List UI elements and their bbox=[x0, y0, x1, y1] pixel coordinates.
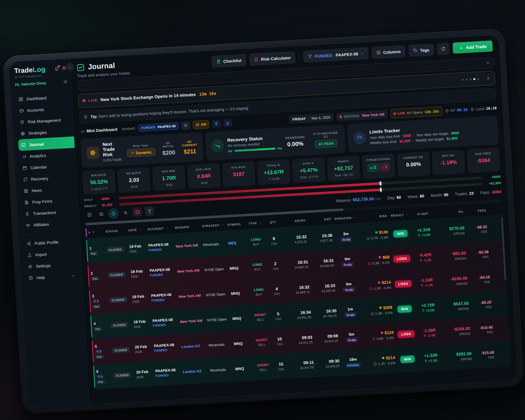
risk-amount: $214 bbox=[366, 355, 395, 361]
page-subtitle: Track and analyze your trades bbox=[77, 71, 130, 78]
stat-sub: T +9.2R bbox=[260, 176, 288, 181]
column-header-entry: ENTRY bbox=[282, 218, 306, 223]
account-funded-badge[interactable]: FUNDED:PAAPEX-08 bbox=[138, 122, 179, 132]
panel-subtitle: 0.4%/Trade bbox=[103, 157, 124, 162]
stat-sub: $378 bbox=[121, 184, 148, 189]
exit-time: 09:08 bbox=[314, 333, 338, 339]
stat-card-total-r: TOTAL R+13.67RT +9.2R bbox=[257, 159, 291, 185]
sort-updown-icon[interactable] bbox=[92, 230, 95, 234]
toolbar-list-button[interactable] bbox=[97, 209, 106, 219]
close-icon[interactable] bbox=[486, 76, 491, 80]
symbol[interactable]: MNQ bbox=[229, 266, 239, 270]
column-header-session[interactable]: SESSION bbox=[175, 224, 200, 229]
swap-icon bbox=[25, 211, 30, 216]
symbol[interactable]: MNQ bbox=[234, 341, 243, 346]
r-unit: +1.32R bbox=[419, 352, 442, 358]
risk-amount: $268 bbox=[364, 305, 392, 311]
user-greeting: Hi, Valentin Dima bbox=[15, 81, 46, 87]
sidebar-item-label: Strategies bbox=[28, 130, 47, 136]
columns-button[interactable]: Columns bbox=[371, 45, 406, 59]
checklist-button[interactable]: Checklist bbox=[212, 54, 247, 68]
limits-tracker-panel: Limits Tracker Your daily loss limit:$40… bbox=[347, 116, 499, 153]
notifications-bell-icon[interactable] bbox=[54, 66, 59, 71]
toolbar-info-button[interactable] bbox=[109, 208, 118, 218]
dw-calendar-toggle[interactable]: DW bbox=[192, 120, 209, 129]
lightbulb-icon bbox=[83, 115, 88, 119]
banner-dot[interactable] bbox=[466, 78, 468, 80]
risk-type-pill[interactable]: Dynamic bbox=[127, 148, 156, 157]
column-header-type[interactable]: TYPE bbox=[246, 221, 264, 225]
quantity: 4 bbox=[270, 286, 284, 291]
fees: -$4.16 bbox=[469, 275, 490, 280]
info-icon[interactable] bbox=[368, 262, 371, 265]
account-name: PAAPEX-08 bbox=[151, 292, 176, 298]
banner-dot[interactable] bbox=[477, 78, 479, 80]
duration: 18m bbox=[341, 356, 364, 362]
column-header-symbol[interactable]: SYMBOL bbox=[227, 222, 244, 226]
account-filter-dropdown[interactable]: FUNDED:PAAPEX-08 bbox=[303, 47, 369, 63]
sidebar-item-label: Help bbox=[36, 275, 45, 280]
live-dot bbox=[83, 100, 85, 102]
account-name: PAAPEX-08 bbox=[150, 267, 175, 273]
logout-icon[interactable] bbox=[63, 80, 67, 84]
drawdown-value: 0.00% bbox=[285, 140, 305, 148]
column-header-account[interactable]: ACCOUNT bbox=[147, 226, 173, 231]
tags-button[interactable]: Tags bbox=[408, 43, 434, 57]
main-content: Journal Track and analyze your trades Ch… bbox=[70, 35, 518, 405]
r-unit: +2.72R bbox=[417, 302, 439, 308]
sidebar-item-label: News bbox=[31, 188, 42, 193]
result-badge: LOSS bbox=[397, 330, 415, 338]
toolbar-palette-button[interactable] bbox=[133, 207, 142, 217]
risk-calculator-button[interactable]: Risk Calculator bbox=[249, 51, 296, 66]
add-trade-button[interactable]: Add Trade bbox=[452, 40, 494, 54]
toolbar-sort-button[interactable] bbox=[121, 208, 130, 218]
help-icon bbox=[28, 275, 33, 280]
symbol[interactable]: MNQ bbox=[231, 291, 240, 296]
info-icon bbox=[111, 211, 116, 216]
gauge-icon bbox=[357, 135, 363, 141]
column-header-date[interactable]: DATE bbox=[128, 228, 145, 232]
news-icon bbox=[24, 188, 28, 193]
calendar-icon bbox=[22, 165, 27, 170]
theme-toggle-sun-icon[interactable] bbox=[62, 66, 66, 71]
close-icon[interactable] bbox=[486, 61, 490, 65]
status-badge: CLOSED bbox=[112, 347, 130, 353]
banner-pagination-dots[interactable] bbox=[462, 78, 479, 81]
info-icon[interactable] bbox=[373, 362, 377, 366]
column-header-duration[interactable]: DURATION bbox=[334, 216, 357, 220]
symbol[interactable]: MNQ bbox=[235, 366, 244, 371]
symbol[interactable]: MNQ bbox=[232, 316, 241, 321]
stat-value: $187 bbox=[225, 171, 253, 178]
info-icon[interactable] bbox=[366, 237, 370, 240]
refresh-button[interactable] bbox=[437, 43, 450, 55]
risk-amount: $140 bbox=[360, 229, 388, 236]
column-header-result[interactable]: RESULT bbox=[389, 213, 410, 217]
toolbar-textT-button[interactable] bbox=[145, 206, 154, 216]
info-icon[interactable] bbox=[371, 312, 374, 316]
column-header-strategy[interactable]: STRATEGY bbox=[202, 223, 225, 228]
balance-value: $52,736.50 bbox=[352, 196, 374, 202]
live-message: New York Stock Exchange Opens in 14 minu… bbox=[100, 92, 196, 102]
info-icon[interactable] bbox=[369, 287, 373, 290]
duration-tag: Scalp bbox=[340, 237, 352, 242]
stat-value: +$2,737 bbox=[330, 165, 357, 172]
strategy-name: Reversals bbox=[209, 342, 225, 347]
symbol[interactable]: MES bbox=[228, 241, 237, 246]
wallet-icon bbox=[19, 108, 24, 113]
banner-dot[interactable] bbox=[462, 78, 464, 80]
live-open-chip: LIVENY Opens13m 16s bbox=[390, 107, 442, 119]
banner-dot[interactable] bbox=[469, 78, 471, 80]
tip-text: Don't add to losing positions hoping the… bbox=[99, 106, 249, 119]
sidebar-item-label: Settings bbox=[36, 263, 51, 269]
alerts-toggle[interactable] bbox=[223, 119, 232, 127]
stat-value: 2.03 bbox=[120, 176, 148, 184]
pin-toggle[interactable] bbox=[212, 119, 221, 128]
result-badge: WIN bbox=[393, 230, 408, 238]
banner-dot[interactable] bbox=[473, 78, 475, 80]
chevron-down-icon bbox=[191, 225, 194, 228]
session-name: New York AM bbox=[177, 268, 199, 273]
toolbar-checkbox-button[interactable] bbox=[84, 210, 94, 220]
layers-toggle[interactable] bbox=[181, 121, 190, 130]
info-icon[interactable] bbox=[372, 337, 375, 341]
session-name: New York AM bbox=[180, 318, 202, 324]
